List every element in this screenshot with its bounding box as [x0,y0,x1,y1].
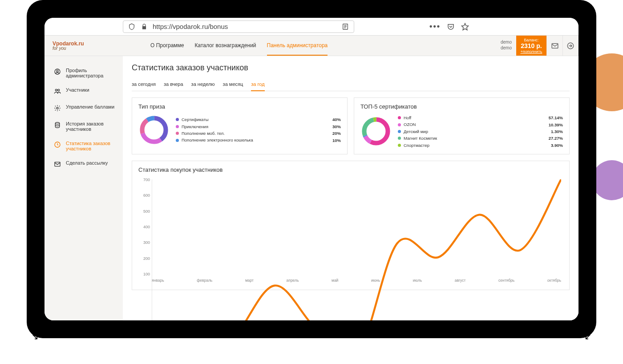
pocket-icon[interactable] [447,23,455,31]
line-plot [152,179,561,320]
legend-row: Сертификаты40% [176,116,341,123]
sidebar-item[interactable]: Управление баллами [53,100,123,117]
logout-icon[interactable] [562,36,578,56]
browser-window: https://vpodarok.ru/bonus ••• Vpodarok.r… [44,18,578,320]
legend-value: 10.39% [543,122,563,127]
sidebar-item-label: Сделать рассылку [66,160,108,166]
star-icon[interactable] [461,23,469,31]
period-tab[interactable]: за неделю [191,79,215,91]
legend-value: 1.30% [543,129,563,134]
sidebar-item-label: Статистика заказов участников [66,141,120,151]
y-tick: 600 [138,193,150,198]
legend-value: 30% [321,124,341,129]
x-tick: март [245,278,254,284]
nav-item[interactable]: Каталог вознаграждений [195,36,256,56]
legend-dot [176,139,179,142]
legend-value: 57.14% [543,115,563,120]
sidebar-item[interactable]: Профиль администратора [53,63,123,83]
legend-label: Сертификаты [182,117,319,122]
x-tick: январь [152,278,164,284]
sidebar-item[interactable]: Сделать рассылку [53,156,123,173]
page-title: Статистика заказов участников [132,63,570,73]
legend-row: OZON10.39% [398,121,563,128]
svg-point-10 [55,89,57,91]
svg-point-9 [57,70,58,72]
donut-chart-top5 [360,116,392,147]
legend-label: Спортмастер [404,143,541,148]
balance-block[interactable]: Баланс: 2310 р. +пополнить [516,36,546,56]
legend-value: 27.27% [543,136,563,141]
card-title: ТОП-5 сертификатов [360,103,563,110]
svg-point-12 [57,107,58,109]
history-icon [53,121,61,129]
legend-label: OZON [404,122,541,127]
nav-item[interactable]: О Программе [150,36,184,56]
more-icon[interactable]: ••• [429,22,441,31]
card-title: Тип приза [138,103,341,110]
svg-point-11 [58,89,60,91]
balance-topup: +пополнить [520,49,543,54]
y-tick: 200 [138,256,150,261]
card-line-chart: Статистика покупок участников 7006005004… [132,161,570,290]
legend-dot [398,144,401,147]
legend-row: Пополнение электронного кошелька10% [176,137,341,143]
period-tab[interactable]: за сегодня [132,79,156,91]
legend-row: Hoff57.14% [398,114,563,121]
legend-value: 10% [321,138,341,143]
balance-label: Баланс: [520,38,543,42]
lock-icon [140,23,148,31]
period-tab[interactable]: за год [251,79,264,91]
legend-row: Магнит Косметик27.27% [398,135,563,142]
card-prize-type: Тип приза Сертификаты40%Приключения30%По… [132,97,348,154]
legend-label: Пополнение моб. тел. [182,131,319,136]
y-axis: 700600500400300200100 [138,178,150,276]
svg-point-13 [55,122,59,124]
legend-label: Приключения [182,124,319,129]
balance-amount: 2310 р. [520,42,543,49]
legend-row: Детский мир1.30% [398,128,563,135]
legend-value: 20% [321,131,341,136]
shield-icon [128,23,136,31]
x-tick: август [455,278,466,284]
period-tab[interactable]: за вчера [164,79,183,91]
svg-point-22 [146,122,161,137]
legend-dot [398,116,401,119]
x-tick: июнь [371,278,380,284]
legend-label: Детский мир [404,129,541,134]
user-block[interactable]: demo demo [496,36,516,56]
card-top5: ТОП-5 сертификатов Hoff57.14%OZON10.39%Д… [354,97,570,154]
y-tick: 100 [138,272,150,276]
donut-chart-prize [138,114,170,146]
mail-icon [53,160,61,168]
address-bar[interactable]: https://vpodarok.ru/bonus [123,20,354,33]
app-header: Vpodarok.rufor you О ПрограммеКаталог во… [44,36,578,56]
logo[interactable]: Vpodarok.rufor you [53,41,84,51]
legend-dot [176,118,179,121]
sidebar-item[interactable]: Участники [53,83,123,100]
sidebar: Профиль администратораУчастникиУправлени… [44,56,123,320]
legend-dot [398,137,401,140]
header-right: demo demo Баланс: 2310 р. +пополнить [496,36,578,56]
messages-icon[interactable] [546,36,562,56]
y-tick: 700 [138,178,150,182]
legend-label: Магнит Косметик [404,136,541,141]
sidebar-item[interactable]: История заказов участников [53,117,123,136]
x-tick: май [332,278,338,284]
legend-value: 3.90% [543,143,563,148]
period-tabs: за сегодняза вчераза неделюза месяцза го… [132,79,570,91]
legend-row: Спортмастер3.90% [398,142,563,149]
gear-icon [53,104,61,112]
sidebar-item-label: Управление баллами [66,104,114,109]
legend-dot [398,130,401,133]
nav-item[interactable]: Панель администратора [267,36,328,56]
sidebar-item[interactable]: Статистика заказов участников [53,136,123,156]
sidebar-item-label: История заказов участников [66,121,120,132]
x-tick: февраль [197,278,212,284]
x-tick: апрель [287,278,299,284]
legend-label: Пополнение электронного кошелька [182,138,319,142]
user-line1: demo [501,39,512,45]
sidebar-item-label: Профиль администратора [66,68,120,78]
device-frame: https://vpodarok.ru/bonus ••• Vpodarok.r… [27,0,596,338]
period-tab[interactable]: за месяц [223,79,243,91]
reader-icon[interactable] [341,23,349,31]
